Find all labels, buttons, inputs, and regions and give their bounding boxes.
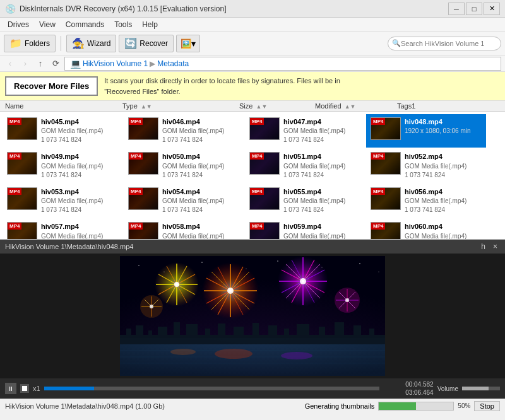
file-meta1: GOM Media file(.mp4) [283, 197, 345, 206]
forward-button[interactable]: › [19, 57, 32, 70]
file-meta1: GOM Media file(.mp4) [283, 232, 345, 240]
mp4-badge: MP4 [129, 118, 143, 125]
file-name: hiv052.mp4 [405, 152, 466, 161]
thumbnail-progress-container: Generating thumbnails 50% Stop [305, 401, 500, 411]
file-item[interactable]: MP4 hiv050.mp4 GOM Media file(.mp4) 1 07… [124, 149, 244, 182]
file-meta2: 1 073 741 824 [405, 171, 466, 180]
recover-button[interactable]: 🔄 Recover [119, 35, 174, 52]
generating-label: Generating thumbnails [305, 402, 375, 410]
file-item[interactable]: MP4 hiv045.mp4 GOM Media file(.mp4) 1 07… [3, 114, 122, 148]
minimize-button[interactable]: ─ [448, 3, 465, 15]
file-thumbnail: MP4 [128, 187, 158, 210]
svg-point-96 [150, 305, 153, 308]
col-header-tags[interactable]: Tags1 [397, 102, 492, 110]
file-item[interactable]: MP4 hiv048.mp4 1920 x 1080, 03:06 min [366, 114, 486, 148]
menu-view[interactable]: View [34, 19, 61, 30]
pause-button[interactable]: ⏸ [5, 383, 16, 394]
file-item[interactable]: MP4 hiv049.mp4 GOM Media file(.mp4) 1 07… [3, 149, 122, 182]
column-headers: Name Type ▲▼ Size ▲▼ Modified ▲▼ Tags1 [0, 101, 505, 112]
banner-text: It scans your disk directly in order to … [104, 76, 340, 96]
file-item[interactable]: MP4 hiv056.mp4 GOM Media file(.mp4) 1 07… [366, 184, 486, 218]
video-progress-fill [44, 387, 95, 390]
svg-point-100 [201, 262, 203, 263]
file-info: hiv056.mp4 GOM Media file(.mp4) 1 073 74… [405, 187, 466, 214]
file-item[interactable]: MP4 hiv054.mp4 GOM Media file(.mp4) 1 07… [124, 184, 244, 218]
volume-label: Volume [437, 385, 458, 392]
file-thumbnail: MP4 [371, 187, 401, 210]
file-name: hiv057.mp4 [41, 222, 103, 231]
file-name: hiv045.mp4 [41, 117, 103, 127]
volume-bar[interactable] [462, 387, 500, 390]
time-display: 00:04.582 03:06.464 [383, 380, 434, 397]
refresh-button[interactable]: ⟳ [49, 57, 62, 70]
menu-tools[interactable]: Tools [109, 19, 137, 30]
folders-button[interactable]: 📁 Folders [4, 35, 56, 52]
up-button[interactable]: ↑ [34, 57, 47, 70]
file-item[interactable]: MP4 hiv052.mp4 GOM Media file(.mp4) 1 07… [366, 149, 486, 182]
close-button[interactable]: ✕ [484, 3, 500, 15]
search-icon: 🔍 [392, 39, 401, 47]
titlebar: 💿 DiskInternals DVR Recovery (x64) 1.0.1… [0, 0, 505, 18]
file-item[interactable]: MP4 hiv055.mp4 GOM Media file(.mp4) 1 07… [245, 184, 365, 218]
file-item[interactable]: MP4 hiv046.mp4 GOM Media file(.mp4) 1 07… [124, 114, 244, 148]
preview-titlebar: HikVision Volume 1\Metadata\hiv048.mp4 h… [0, 240, 505, 254]
menu-commands[interactable]: Commands [61, 19, 109, 30]
back-button[interactable]: ‹ [4, 57, 16, 70]
svg-point-102 [277, 260, 278, 262]
breadcrumb-root[interactable]: HikVision Volume 1 [83, 59, 148, 68]
folders-label: Folders [25, 39, 50, 48]
file-name: hiv059.mp4 [283, 222, 345, 231]
menu-drives[interactable]: Drives [3, 19, 34, 30]
mp4-badge: MP4 [250, 118, 264, 125]
mp4-badge: MP4 [8, 223, 21, 230]
file-meta2: 1 073 741 824 [41, 136, 103, 144]
video-progress-bar[interactable] [44, 387, 379, 390]
speed-label: x1 [33, 385, 40, 392]
file-info: hiv055.mp4 GOM Media file(.mp4) 1 073 74… [283, 187, 345, 214]
file-item[interactable]: MP4 hiv057.mp4 GOM Media file(.mp4) 1 07… [3, 219, 122, 240]
addressbar: ‹ › ↑ ⟳ 💻 HikVision Volume 1 ▶ Metadata [0, 55, 505, 72]
file-item[interactable]: MP4 hiv058.mp4 GOM Media file(.mp4) 1 07… [124, 219, 244, 240]
file-item[interactable]: MP4 hiv060.mp4 GOM Media file(.mp4) 1 07… [366, 219, 486, 240]
file-meta1: GOM Media file(.mp4) [41, 162, 103, 171]
svg-point-88 [345, 298, 349, 302]
mp4-badge: MP4 [8, 118, 21, 125]
wizard-button[interactable]: 🧙 Wizard [66, 35, 116, 52]
col-header-modified[interactable]: Modified ▲▼ [315, 102, 397, 110]
stop-icon [22, 386, 27, 391]
recover-more-button[interactable]: Recover More Files [5, 76, 98, 96]
file-meta2: 1 073 741 824 [162, 206, 224, 214]
svg-rect-97 [120, 335, 385, 338]
svg-point-103 [321, 267, 322, 267]
mp4-badge: MP4 [8, 188, 21, 195]
file-name: hiv058.mp4 [162, 222, 224, 231]
file-meta1: 1920 x 1080, 03:06 min [405, 127, 471, 136]
col-header-name[interactable]: Name [3, 102, 122, 110]
breadcrumb-child[interactable]: Metadata [157, 59, 189, 68]
preview-close-button[interactable]: × [490, 242, 500, 251]
mp4-badge: MP4 [8, 153, 21, 160]
file-info: hiv060.mp4 GOM Media file(.mp4) 1 073 74… [405, 222, 466, 240]
file-item[interactable]: MP4 hiv051.mp4 GOM Media file(.mp4) 1 07… [245, 149, 365, 182]
extra-button[interactable]: 🖼️▾ [176, 35, 200, 52]
maximize-button[interactable]: □ [466, 3, 482, 15]
preview-help-button[interactable]: h [478, 242, 488, 251]
search-input[interactable] [401, 40, 496, 47]
file-name: hiv055.mp4 [283, 187, 345, 197]
col-header-type[interactable]: Type ▲▼ [122, 102, 239, 110]
file-name: hiv048.mp4 [405, 117, 471, 127]
stop-thumbnails-button[interactable]: Stop [474, 401, 500, 411]
file-item[interactable]: MP4 hiv053.mp4 GOM Media file(.mp4) 1 07… [3, 184, 122, 218]
file-item[interactable]: MP4 hiv047.mp4 GOM Media file(.mp4) 1 07… [245, 114, 365, 148]
time-current: 00:04.582 [383, 380, 434, 388]
file-meta2: 1 073 741 824 [162, 136, 224, 144]
stop-button[interactable] [20, 384, 29, 393]
file-meta2: 1 073 741 824 [41, 206, 103, 214]
file-meta1: GOM Media file(.mp4) [41, 232, 103, 240]
menu-help[interactable]: Help [137, 19, 163, 30]
extra-icon: 🖼️▾ [181, 38, 196, 49]
file-thumbnail: MP4 [371, 222, 401, 240]
file-item[interactable]: MP4 hiv059.mp4 GOM Media file(.mp4) 1 07… [245, 219, 365, 240]
col-header-size[interactable]: Size ▲▼ [239, 102, 315, 110]
search-box[interactable]: 🔍 [388, 37, 501, 50]
